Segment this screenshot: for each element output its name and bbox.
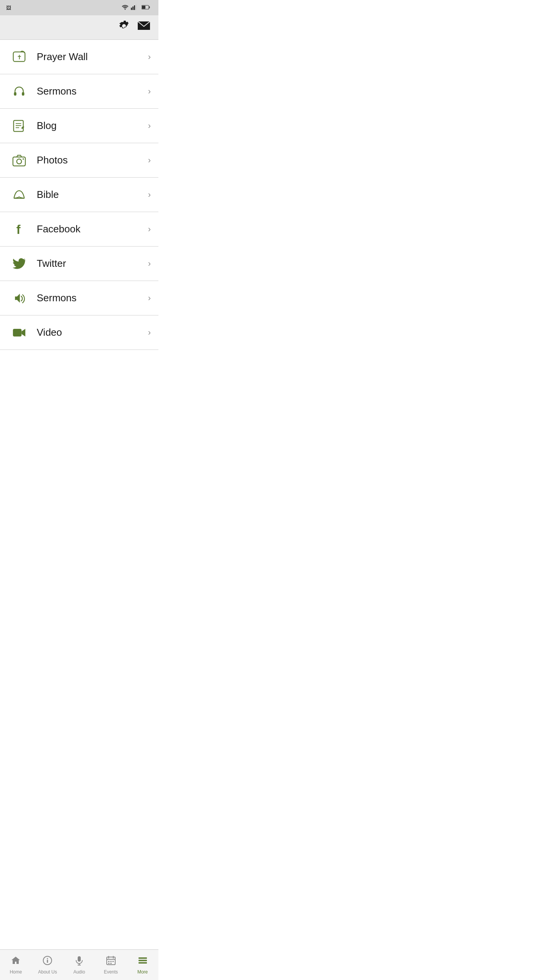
menu-item-bible[interactable]: Bible › bbox=[0, 178, 158, 212]
twitter-icon bbox=[8, 257, 31, 271]
svg-text:f: f bbox=[16, 222, 21, 236]
facebook-icon: f bbox=[8, 222, 31, 236]
chevron-right-icon-prayer-wall: › bbox=[148, 52, 151, 62]
status-bar-right bbox=[122, 5, 152, 11]
header bbox=[0, 15, 158, 40]
chevron-right-icon-bible: › bbox=[148, 190, 151, 200]
chevron-right-icon-sermons-headphone: › bbox=[148, 87, 151, 96]
menu-item-photos[interactable]: Photos › bbox=[0, 143, 158, 178]
camera-icon bbox=[8, 154, 31, 167]
svg-rect-10 bbox=[14, 92, 16, 95]
settings-icon[interactable] bbox=[118, 20, 130, 35]
wifi-icon bbox=[122, 5, 129, 11]
chevron-right-icon-blog: › bbox=[148, 121, 151, 131]
svg-point-18 bbox=[23, 158, 24, 160]
menu-item-prayer-wall[interactable]: ✝ Prayer Wall › bbox=[0, 40, 158, 74]
svg-rect-7 bbox=[142, 6, 145, 9]
svg-rect-21 bbox=[13, 329, 22, 336]
menu-label-blog: Blog bbox=[37, 120, 148, 132]
image-icon: 🖼 bbox=[6, 5, 11, 11]
chevron-right-icon-photos: › bbox=[148, 155, 151, 165]
svg-text:✝: ✝ bbox=[17, 54, 22, 61]
menu-item-facebook[interactable]: f Facebook › bbox=[0, 212, 158, 247]
svg-point-17 bbox=[17, 159, 22, 164]
menu-label-sermons-audio: Sermons bbox=[37, 292, 148, 304]
battery-icon bbox=[142, 5, 150, 11]
menu-item-sermons-headphone[interactable]: Sermons › bbox=[0, 74, 158, 109]
status-bar-left: 🖼 bbox=[6, 5, 11, 11]
menu-label-photos: Photos bbox=[37, 154, 148, 166]
svg-rect-1 bbox=[131, 8, 132, 10]
menu-label-twitter: Twitter bbox=[37, 258, 148, 270]
menu-item-video[interactable]: Video › bbox=[0, 315, 158, 350]
menu-item-sermons-audio[interactable]: Sermons › bbox=[0, 281, 158, 315]
menu-label-sermons-headphone: Sermons bbox=[37, 85, 148, 97]
blog-icon bbox=[8, 119, 31, 133]
menu-label-bible: Bible bbox=[37, 189, 148, 201]
menu-item-blog[interactable]: Blog › bbox=[0, 109, 158, 143]
svg-rect-4 bbox=[135, 5, 137, 10]
svg-rect-6 bbox=[149, 6, 150, 8]
menu-label-facebook: Facebook bbox=[37, 223, 148, 235]
svg-rect-3 bbox=[134, 5, 135, 10]
chevron-right-icon-facebook: › bbox=[148, 224, 151, 234]
menu-item-twitter[interactable]: Twitter › bbox=[0, 247, 158, 281]
svg-point-0 bbox=[125, 8, 126, 10]
chevron-right-icon-sermons-audio: › bbox=[148, 293, 151, 303]
svg-rect-2 bbox=[132, 7, 134, 10]
bible-icon bbox=[8, 188, 31, 202]
chevron-right-icon-video: › bbox=[148, 328, 151, 338]
content-area: ✝ Prayer Wall › Sermons › Blog bbox=[0, 40, 158, 381]
signal-icon bbox=[131, 5, 137, 11]
message-icon[interactable] bbox=[137, 21, 151, 34]
prayer-icon: ✝ bbox=[8, 50, 31, 64]
video-icon bbox=[8, 326, 31, 340]
menu-label-video: Video bbox=[37, 327, 148, 338]
menu-label-prayer-wall: Prayer Wall bbox=[37, 51, 148, 63]
status-bar: 🖼 bbox=[0, 0, 158, 15]
headphone-icon bbox=[8, 85, 31, 98]
speaker-icon bbox=[8, 291, 31, 305]
header-icons bbox=[118, 20, 151, 35]
svg-rect-11 bbox=[22, 92, 24, 95]
menu-list: ✝ Prayer Wall › Sermons › Blog bbox=[0, 40, 158, 350]
svg-rect-16 bbox=[13, 157, 25, 166]
chevron-right-icon-twitter: › bbox=[148, 259, 151, 269]
